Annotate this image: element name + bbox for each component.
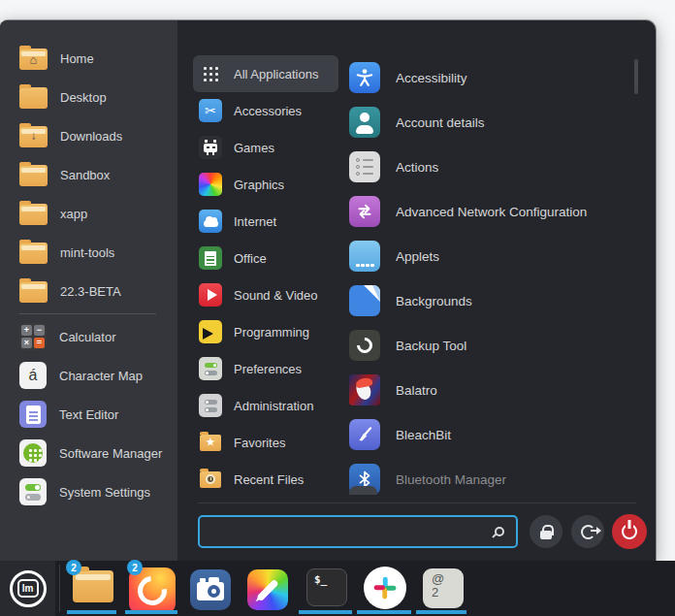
- mint-menu-popup: ⌂ Home Desktop ↓ Downloads Sandbox xapp: [0, 20, 656, 561]
- application-list: Accessibility Account details Actions Ad…: [339, 55, 635, 502]
- cloud-icon: [199, 210, 222, 233]
- camera-icon: [197, 582, 224, 600]
- menu-button[interactable]: lm: [0, 561, 55, 616]
- search-box: [198, 515, 518, 548]
- category-label: Internet: [234, 214, 276, 229]
- app-label: Accessibility: [396, 71, 467, 85]
- app-label: Calculator: [59, 330, 116, 344]
- firefox-icon: [132, 570, 173, 611]
- app-balatro[interactable]: Balatro: [339, 368, 635, 412]
- app-label: Applets: [396, 249, 439, 264]
- user-icon: [349, 107, 380, 138]
- sidebar-place-22-3-beta[interactable]: 22.3-BETA: [0, 272, 177, 310]
- app-label: Backup Tool: [396, 339, 466, 353]
- panel-applets-icon: [349, 241, 380, 272]
- sidebar-place-mint-tools[interactable]: mint-tools: [0, 233, 177, 272]
- partially-scrolled-app-icon: [349, 486, 377, 495]
- place-label: mint-tools: [60, 245, 114, 260]
- category-graphics[interactable]: Graphics: [193, 166, 338, 203]
- category-games[interactable]: Games: [193, 129, 338, 166]
- power-icon: [622, 524, 637, 539]
- page-curl-icon: [349, 285, 380, 316]
- taskbar-panel: lm 2 2 $_ @ 2: [0, 561, 675, 616]
- app-advanced-network-configuration[interactable]: Advanced Network Configuration: [339, 189, 635, 234]
- scissors-icon: ✂: [199, 99, 222, 122]
- sidebar-item-system-settings[interactable]: System Settings: [0, 472, 177, 511]
- app-backup-tool[interactable]: Backup Tool: [339, 323, 635, 368]
- document-icon: [199, 246, 222, 270]
- category-all-applications[interactable]: All Applications: [193, 55, 338, 92]
- folder-icon: [19, 204, 48, 225]
- category-recent-files[interactable]: Recent Files: [193, 461, 338, 498]
- app-backgrounds[interactable]: Backgrounds: [339, 278, 635, 323]
- broom-icon: [349, 419, 380, 450]
- balatro-game-icon: [349, 374, 380, 405]
- category-label: Graphics: [234, 178, 284, 192]
- app-label: Account details: [396, 115, 485, 130]
- sidebar-place-xapp[interactable]: xapp: [0, 194, 177, 233]
- terminal-icon: $_: [314, 573, 327, 586]
- toggles-gray-icon: [199, 394, 222, 417]
- category-label: Games: [234, 141, 274, 155]
- sidebar-place-home[interactable]: ⌂ Home: [0, 39, 177, 78]
- text-editor-icon: [19, 401, 47, 428]
- app-applets[interactable]: Applets: [339, 234, 635, 278]
- search-input[interactable]: [200, 525, 495, 539]
- taskbar-item-drawing-app[interactable]: [247, 569, 288, 610]
- sidebar-place-downloads[interactable]: ↓ Downloads: [0, 116, 177, 155]
- search-separator: [198, 503, 636, 503]
- app-actions[interactable]: Actions: [339, 145, 635, 189]
- power-button[interactable]: [612, 514, 647, 549]
- lock-screen-button[interactable]: [530, 515, 562, 548]
- folder-icon: [19, 243, 48, 264]
- category-sound-video[interactable]: Sound & Video: [193, 276, 338, 313]
- place-label: Sandbox: [60, 168, 110, 182]
- taskbar-item-characters-app[interactable]: @ 2: [423, 568, 464, 608]
- sidebar-item-software-manager[interactable]: Software Manager: [0, 434, 177, 472]
- app-bleachbit[interactable]: BleachBit: [339, 412, 635, 457]
- category-internet[interactable]: Internet: [193, 203, 338, 240]
- taskbar-item-terminal[interactable]: $_: [306, 568, 347, 606]
- home-folder-icon: ⌂: [19, 49, 48, 70]
- sidebar-separator: [19, 313, 156, 314]
- category-label: Administration: [234, 399, 313, 413]
- software-manager-icon: [19, 439, 47, 467]
- folder-star-icon: ★: [199, 431, 222, 454]
- sidebar-item-character-map[interactable]: á Character Map: [0, 356, 177, 395]
- sidebar-item-calculator[interactable]: +−×= Calculator: [0, 317, 177, 356]
- app-label: System Settings: [59, 485, 150, 500]
- sidebar-place-desktop[interactable]: Desktop: [0, 78, 177, 116]
- lock-icon: [540, 531, 552, 539]
- category-favorites[interactable]: ★ Favorites: [193, 424, 338, 461]
- menu-sidebar: ⌂ Home Desktop ↓ Downloads Sandbox xapp: [0, 20, 177, 561]
- folder-icon: [19, 165, 48, 186]
- category-label: Preferences: [234, 362, 302, 376]
- app-account-details[interactable]: Account details: [339, 100, 635, 145]
- app-label: Actions: [396, 160, 438, 175]
- app-label: Bluetooth Manager: [396, 472, 506, 487]
- terminal-triangle-icon: [199, 320, 222, 343]
- app-bluetooth-manager[interactable]: Bluetooth Manager: [339, 457, 635, 502]
- system-settings-icon: [19, 478, 47, 505]
- logout-button[interactable]: [571, 515, 604, 548]
- running-indicator-terminal: [299, 610, 352, 614]
- folder-clock-icon: [199, 468, 222, 491]
- sidebar-place-sandbox[interactable]: Sandbox: [0, 155, 177, 194]
- app-list-scrollbar[interactable]: [634, 59, 638, 94]
- sidebar-item-text-editor[interactable]: Text Editor: [0, 395, 177, 434]
- category-preferences[interactable]: Preferences: [193, 350, 338, 387]
- category-office[interactable]: Office: [193, 240, 338, 276]
- taskbar-item-screenshot-tool[interactable]: [190, 569, 231, 610]
- taskbar-item-file-manager[interactable]: [73, 570, 113, 602]
- taskbar-item-slack[interactable]: [364, 567, 406, 609]
- app-label: Software Manager: [59, 446, 162, 461]
- place-label: Desktop: [60, 90, 107, 105]
- app-label: Balatro: [396, 383, 437, 398]
- app-accessibility[interactable]: Accessibility: [339, 55, 635, 100]
- category-accessories[interactable]: ✂ Accessories: [193, 92, 338, 129]
- category-administration[interactable]: Administration: [193, 387, 338, 424]
- running-indicator-file-manager: [67, 610, 116, 614]
- place-label: 22.3-BETA: [60, 284, 121, 299]
- character-map-icon: á: [19, 362, 47, 389]
- category-programming[interactable]: Programming: [193, 313, 338, 350]
